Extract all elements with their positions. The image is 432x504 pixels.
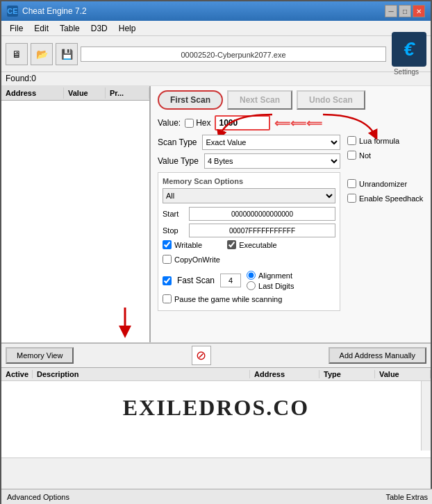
stop-scan-button[interactable]: ⊘	[192, 346, 211, 365]
pause-row: Pause the game while scanning	[163, 294, 335, 303]
undo-scan-button[interactable]: Undo Scan	[297, 90, 365, 110]
stop-label: Stop	[163, 226, 185, 235]
memory-view-button[interactable]: Memory View	[6, 347, 74, 364]
not-row: Not	[347, 151, 424, 160]
start-input[interactable]: 0000000000000000	[189, 207, 335, 221]
not-checkbox[interactable]	[347, 151, 356, 160]
memory-scan-options-panel: Memory Scan Options All Custom Start 000…	[158, 172, 340, 311]
scan-checkboxes: Writable Executable CopyOnWrite	[163, 240, 335, 267]
open-button[interactable]: 📂	[31, 43, 53, 65]
col-pr: Pr...	[106, 87, 149, 99]
last-digits-label: Last Digits	[258, 282, 294, 290]
pause-label: Pause the game while scanning	[174, 295, 282, 303]
fast-scan-checkbox[interactable]	[163, 276, 172, 285]
scan-left: Scan Type Exact Value Bigger than... Sma…	[158, 135, 340, 311]
right-arrow-icon: ⟸⟸⟸	[274, 117, 322, 130]
address-table-header: Active Description Address Type Value	[1, 368, 431, 381]
first-scan-button[interactable]: First Scan	[158, 90, 223, 110]
th-active: Active	[1, 370, 33, 378]
menu-file[interactable]: File	[4, 22, 28, 35]
value-row: Value: Hex 1000 ⟸⟸⟸	[158, 115, 424, 131]
close-button[interactable]: ✕	[413, 5, 425, 17]
speedhack-row: Enable Speedhack	[347, 194, 424, 203]
value-type-row: Value Type 4 Bytes 2 Bytes 1 Byte 8 Byte…	[158, 153, 340, 169]
minimize-button[interactable]: ─	[385, 5, 397, 17]
fast-scan-label: Fast Scan	[177, 276, 215, 285]
scan-right-options: Lua formula Not Unrandomizer Enable Spee…	[347, 135, 424, 311]
executable-label: Executable	[239, 241, 276, 249]
next-scan-button[interactable]: Next Scan	[227, 90, 292, 110]
lua-formula-row: Lua formula	[347, 136, 424, 145]
maximize-button[interactable]: □	[399, 5, 411, 17]
main-area: Address Value Pr... First Scan Next Scan…	[1, 86, 431, 343]
alignment-radio-row: Alignment	[247, 271, 294, 280]
stop-input[interactable]: 00007FFFFFFFFFFF	[189, 224, 335, 237]
alignment-radio-group: Alignment Last Digits	[247, 271, 294, 290]
last-digits-radio[interactable]	[247, 281, 256, 290]
address-table-section: Active Description Address Type Value Ex…	[1, 368, 431, 458]
scan-top-area: First Scan Next Scan Undo Scan	[158, 90, 424, 110]
address-list-header: Address Value Pr...	[1, 86, 149, 101]
unrandomizer-checkbox[interactable]	[347, 179, 356, 188]
alignment-label: Alignment	[258, 271, 292, 280]
status-bar: Advanced Options Table Extras	[1, 489, 432, 504]
computer-button[interactable]: 🖥	[6, 43, 28, 65]
th-description: Description	[33, 370, 250, 378]
col-value: Value	[64, 87, 106, 99]
alignment-radio[interactable]	[247, 271, 256, 280]
scan-type-label: Scan Type	[158, 137, 197, 147]
table-extras-label[interactable]: Table Extras	[385, 493, 428, 501]
menu-bar: File Edit Table D3D Help	[1, 21, 431, 36]
menu-edit[interactable]: Edit	[28, 22, 54, 35]
hex-checkbox-row: Hex	[185, 118, 210, 128]
address-list-body	[1, 101, 149, 342]
title-bar: CE Cheat Engine 7.2 ─ □ ✕	[1, 1, 431, 21]
found-bar: Found:0	[1, 72, 431, 86]
hex-label: Hex	[196, 118, 210, 128]
address-table-body: ExiledRos.co	[1, 381, 431, 451]
scan-buttons-row: First Scan Next Scan Undo Scan	[158, 90, 424, 110]
executable-row: Executable	[227, 240, 276, 249]
process-name[interactable]: 00002520-Cyberpunk2077.exe	[81, 47, 386, 62]
fast-scan-input[interactable]: 4	[220, 274, 241, 287]
pause-checkbox-row: Pause the game while scanning	[163, 294, 335, 303]
copy-on-write-label: CopyOnWrite	[174, 255, 220, 264]
annotation-arrow-down	[108, 304, 142, 339]
watermark: ExiledRos.co	[1, 381, 431, 428]
th-value: Value	[375, 370, 431, 378]
pause-checkbox[interactable]	[163, 294, 172, 303]
memory-region-select[interactable]: All Custom	[163, 188, 335, 203]
start-row: Start 0000000000000000	[163, 207, 335, 221]
menu-help[interactable]: Help	[113, 22, 142, 35]
scrollbar[interactable]	[421, 381, 431, 451]
copy-on-write-row: CopyOnWrite	[163, 255, 220, 264]
value-label: Value:	[158, 118, 181, 128]
copy-on-write-checkbox[interactable]	[163, 255, 172, 264]
add-address-button[interactable]: Add Address Manually	[329, 347, 426, 364]
memory-scan-title: Memory Scan Options	[163, 177, 335, 185]
th-address: Address	[250, 370, 319, 378]
hex-checkbox[interactable]	[185, 119, 194, 128]
executable-checkbox[interactable]	[227, 240, 236, 249]
app-icon: CE	[7, 6, 18, 17]
scan-type-row: Scan Type Exact Value Bigger than... Sma…	[158, 135, 340, 150]
writable-label: Writable	[174, 241, 202, 249]
speedhack-label: Enable Speedhack	[359, 194, 423, 203]
writable-checkbox[interactable]	[163, 240, 172, 249]
menu-table[interactable]: Table	[54, 22, 85, 35]
th-type: Type	[319, 370, 375, 378]
value-type-label: Value Type	[158, 156, 199, 166]
scan-type-select[interactable]: Exact Value Bigger than... Smaller than.…	[202, 135, 340, 150]
not-label: Not	[359, 151, 371, 160]
start-label: Start	[163, 210, 185, 218]
found-label: Found:	[6, 74, 31, 83]
speedhack-checkbox[interactable]	[347, 194, 356, 203]
writable-row: Writable	[163, 240, 202, 249]
value-type-select[interactable]: 4 Bytes 2 Bytes 1 Byte 8 Bytes Float Dou…	[204, 153, 340, 169]
advanced-options-label[interactable]: Advanced Options	[7, 493, 69, 501]
lua-formula-checkbox[interactable]	[347, 136, 356, 145]
save-button[interactable]: 💾	[56, 43, 78, 65]
last-digits-radio-row: Last Digits	[247, 281, 294, 290]
menu-d3d[interactable]: D3D	[85, 22, 113, 35]
stop-row: Stop 00007FFFFFFFFFFF	[163, 224, 335, 237]
